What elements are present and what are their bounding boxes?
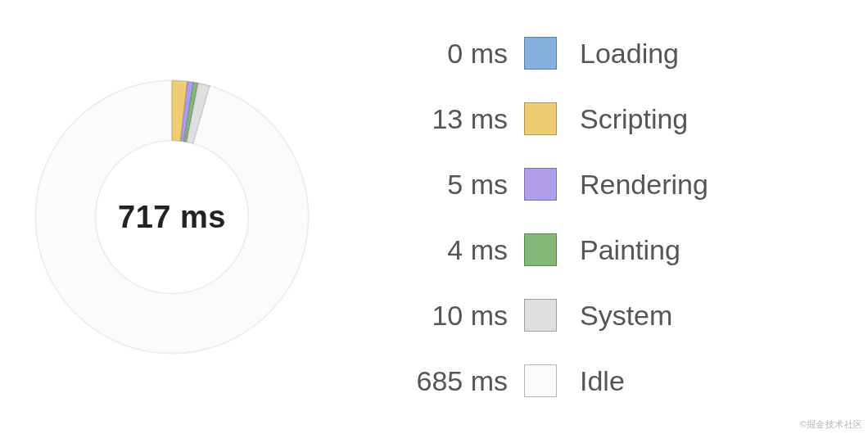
legend-label: System <box>580 301 672 329</box>
legend-value: 0 ms <box>344 39 524 67</box>
legend-swatch-painting <box>524 233 557 266</box>
legend-item-scripting: 13 ms Scripting <box>344 102 843 135</box>
legend-item-loading: 0 ms Loading <box>344 37 843 70</box>
legend-value: 10 ms <box>344 301 524 329</box>
legend-swatch-loading <box>524 37 557 70</box>
donut-chart-container: 717 ms <box>0 0 344 434</box>
legend-value: 685 ms <box>344 367 524 395</box>
legend-label: Idle <box>580 367 625 395</box>
legend-item-system: 10 ms System <box>344 299 843 332</box>
legend-label: Loading <box>580 39 679 67</box>
legend-label: Painting <box>580 236 680 264</box>
legend-value: 13 ms <box>344 105 524 133</box>
legend-label: Rendering <box>580 170 708 198</box>
watermark: ©掘金技术社区 <box>799 418 863 431</box>
legend-swatch-idle <box>524 364 557 397</box>
performance-summary: 717 ms 0 ms Loading 13 ms Scripting 5 ms… <box>0 0 868 434</box>
donut-chart: 717 ms <box>33 78 311 356</box>
legend-value: 4 ms <box>344 236 524 264</box>
donut-svg <box>33 78 311 356</box>
legend-swatch-rendering <box>524 168 557 201</box>
legend: 0 ms Loading 13 ms Scripting 5 ms Render… <box>344 37 868 397</box>
legend-swatch-scripting <box>524 102 557 135</box>
legend-swatch-system <box>524 299 557 332</box>
legend-item-rendering: 5 ms Rendering <box>344 168 843 201</box>
legend-label: Scripting <box>580 105 688 133</box>
legend-value: 5 ms <box>344 170 524 198</box>
legend-item-painting: 4 ms Painting <box>344 233 843 266</box>
legend-item-idle: 685 ms Idle <box>344 364 843 397</box>
